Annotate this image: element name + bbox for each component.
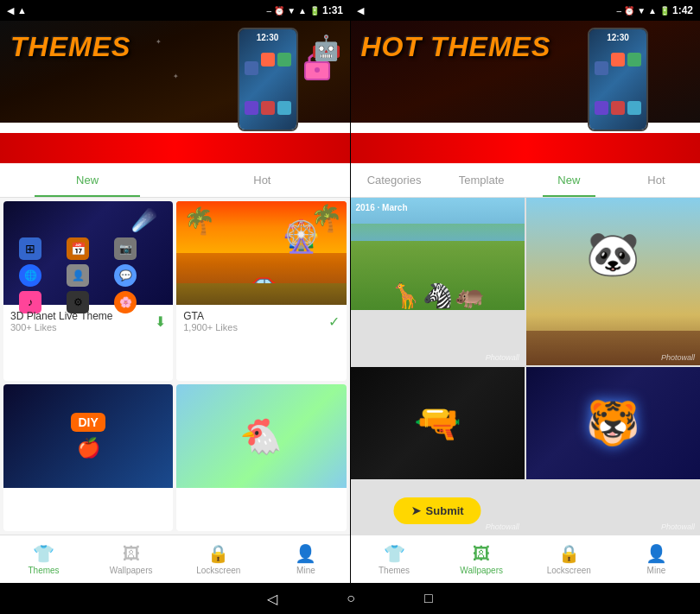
panda-icon: 🐼 [586, 229, 640, 279]
check-icon-gta[interactable]: ✓ [328, 313, 340, 330]
right-banner-phone: 12:30 [588, 28, 648, 131]
wallpaper-gun-img: 🔫 [351, 367, 525, 479]
wifi-icon: ▲ [298, 6, 307, 16]
bottom-nav-mine-left[interactable]: 👤 Mine [262, 535, 349, 583]
wallpapers-label-left: Wallpapers [110, 566, 153, 575]
star-deco-1: ✦ [156, 38, 162, 46]
wallpaper-tiger[interactable]: 🐯 Photowall [526, 367, 700, 535]
right-signal-icon: ▼ [637, 6, 646, 16]
bottom-nav-themes-right[interactable]: 👕 Themes [351, 535, 438, 583]
lockscreen-icon-left: 🔒 [207, 543, 229, 564]
tab-categories-right[interactable]: Categories [351, 163, 438, 197]
wallpapers-label-right: Wallpapers [460, 566, 503, 575]
signal-icon: ▼ [287, 6, 296, 16]
theme-card-cartoon[interactable]: 🐔 [176, 384, 346, 531]
theme-name-3dplanet: 3D Planet Live Theme [10, 310, 113, 322]
bottom-nav-themes-left[interactable]: 👕 Themes [0, 535, 87, 583]
mine-icon-left: 👤 [295, 543, 316, 564]
left-menu-icon: ▲ [17, 5, 27, 16]
wallpaper-gun-label: Photowall [486, 522, 519, 531]
lockscreen-icon-right: 🔒 [558, 543, 580, 564]
android-home-button[interactable]: ○ [347, 591, 355, 606]
wallpaper-animals-img: 🦒 🦓 🦛 [351, 198, 525, 310]
theme-image-gta: 🌴 🌴 🎡 🚗 [176, 201, 346, 305]
wallpapers-icon-right: 🖼 [473, 544, 490, 564]
lockscreen-label-left: Lockscreen [196, 566, 240, 575]
themes-icon-right: 👕 [384, 543, 405, 564]
bottom-nav-wallpapers-left[interactable]: 🖼 Wallpapers [87, 535, 175, 583]
gun-icon: 🔫 [414, 401, 461, 446]
left-phone-panel: ✦ ✦ THEMES 12:30 [0, 21, 350, 583]
left-time: 1:31 [322, 4, 343, 16]
right-time: 1:42 [672, 4, 693, 16]
theme-card-gta[interactable]: 🌴 🌴 🎡 🚗 GTA 1,900+ Likes ✓ [176, 201, 346, 381]
tab-new-left[interactable]: New [0, 163, 175, 197]
tiger-icon: 🐯 [586, 398, 640, 448]
right-banner: ✦ HOT THEMES 12:30 [351, 21, 701, 163]
wallpapers-icon-left: 🖼 [123, 544, 140, 564]
android-recent-button[interactable]: □ [424, 591, 433, 606]
download-icon-3dplanet[interactable]: ⬇ [155, 313, 166, 330]
right-mute-icon: – [617, 6, 622, 16]
wallpaper-animals-label: Photowall [486, 353, 519, 362]
left-banner: ✦ ✦ THEMES 12:30 [0, 21, 350, 163]
bottom-nav-wallpapers-right[interactable]: 🖼 Wallpapers [438, 535, 525, 583]
svg-point-1 [315, 67, 320, 73]
theme-image-3dplanet: ☄️ ⊞ 📅 📷 🌐 👤 💬 ♪ ⚙ 🌸 [3, 201, 173, 305]
wallpaper-panda-label: Photowall [661, 353, 695, 362]
theme-card-3dplanet[interactable]: ☄️ ⊞ 📅 📷 🌐 👤 💬 ♪ ⚙ 🌸 [3, 201, 173, 381]
wallpaper-panda[interactable]: 🐼 Photowall [526, 198, 700, 365]
palm-left: 🌴 [183, 206, 215, 236]
left-banner-title: THEMES [10, 31, 130, 63]
wallpaper-panda-img: 🐼 [526, 198, 700, 310]
left-bottom-nav: 👕 Themes 🖼 Wallpapers 🔒 Lockscreen 👤 Min… [0, 535, 350, 583]
themes-label-left: Themes [29, 566, 60, 575]
wallpaper-tiger-img: 🐯 [526, 367, 700, 479]
right-nav-tabs: Categories Template New Hot [351, 163, 701, 198]
alarm-icon: ⏰ [274, 6, 284, 16]
wallpaper-date-label: 2016 · March [356, 203, 408, 212]
right-alarm-icon: ⏰ [624, 6, 634, 16]
bottom-nav-mine-right[interactable]: 👤 Mine [613, 535, 700, 583]
bottom-nav-lockscreen-left[interactable]: 🔒 Lockscreen [175, 535, 262, 583]
wallpaper-tiger-label: Photowall [661, 522, 695, 531]
mine-label-right: Mine [647, 566, 666, 575]
preview-time: 12:30 [257, 33, 279, 42]
tab-template-right[interactable]: Template [438, 163, 525, 197]
zebra-icon: 🦓 [423, 282, 453, 310]
android-nav-bar: ◁ ○ □ [0, 583, 700, 614]
right-banner-title: HOT THEMES [361, 31, 551, 63]
ferris-wheel-icon: 🎡 [282, 218, 321, 255]
tab-new-right[interactable]: New [525, 163, 613, 197]
robot-icon: 🤖 [311, 34, 341, 62]
left-banner-phone: 12:30 [238, 28, 298, 131]
left-back-icon: ◀ [7, 5, 14, 16]
lockscreen-label-right: Lockscreen [547, 566, 591, 575]
right-wallpaper-grid: 🦒 🦓 🦛 2016 · March Photowall 🐼 Pho [351, 198, 701, 535]
bottom-nav-lockscreen-right[interactable]: 🔒 Lockscreen [525, 535, 613, 583]
star-deco-2: ✦ [173, 73, 179, 80]
submit-label: Submit [426, 504, 464, 517]
android-back-button[interactable]: ◁ [267, 591, 277, 607]
right-back-icon: ◀ [357, 5, 364, 16]
hippo-icon: 🦛 [455, 282, 485, 310]
mine-icon-right: 👤 [646, 543, 667, 564]
submit-button[interactable]: ➤ Submit [394, 497, 481, 524]
tab-hot-right[interactable]: Hot [613, 163, 700, 197]
giraffe-icon: 🦒 [391, 282, 421, 310]
right-wifi-icon: ▲ [648, 6, 657, 16]
theme-likes-gta: 1,900+ Likes [183, 322, 238, 332]
wallpaper-gun[interactable]: 🔫 Photowall ➤ Submit [351, 367, 525, 535]
right-preview-time: 12:30 [607, 33, 629, 42]
tab-hot-left[interactable]: Hot [175, 163, 349, 197]
battery-icon: 🔋 [309, 6, 320, 16]
right-phone-panel: ✦ HOT THEMES 12:30 Categories [351, 21, 701, 583]
theme-image-diy: DIY 🍎 [3, 384, 173, 488]
left-status-bar: ◀ ▲ – ⏰ ▼ ▲ 🔋 1:31 [0, 0, 350, 21]
left-nav-tabs: New Hot [0, 163, 350, 198]
theme-likes-3dplanet: 300+ Likes [10, 322, 113, 332]
right-status-bar: ◀ – ⏰ ▼ ▲ 🔋 1:42 [350, 0, 700, 21]
wallpaper-animals[interactable]: 🦒 🦓 🦛 2016 · March Photowall [351, 198, 525, 365]
left-theme-grid: ☄️ ⊞ 📅 📷 🌐 👤 💬 ♪ ⚙ 🌸 [0, 198, 350, 535]
theme-card-diy[interactable]: DIY 🍎 [3, 384, 173, 531]
